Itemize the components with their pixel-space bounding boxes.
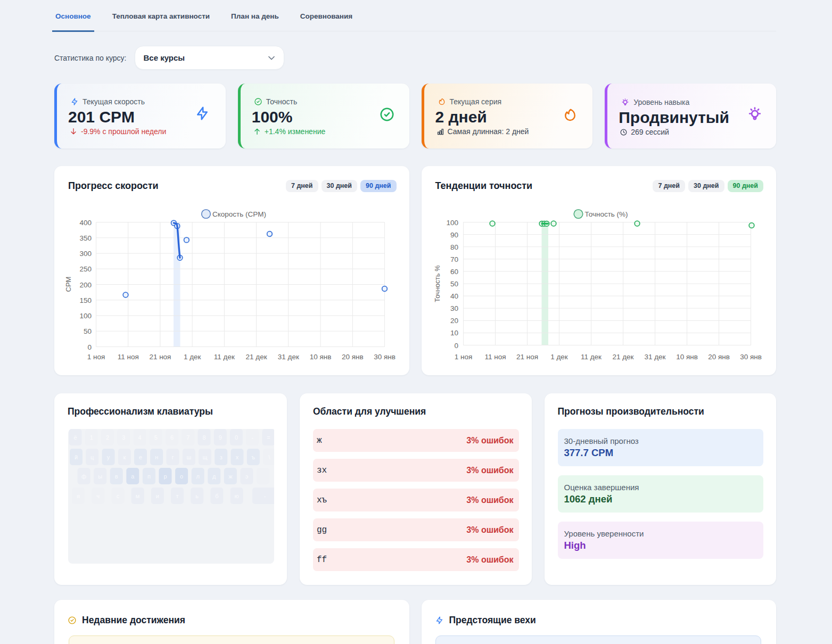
svg-text:ф: ф xyxy=(81,473,86,480)
svg-text:90: 90 xyxy=(450,231,458,239)
svg-text:1 дек: 1 дек xyxy=(184,353,201,361)
svg-text:5: 5 xyxy=(154,434,158,441)
svg-text:я: я xyxy=(77,493,80,499)
svg-text:11 дек: 11 дек xyxy=(214,353,235,361)
svg-text:300: 300 xyxy=(79,250,92,258)
svg-text:30 янв: 30 янв xyxy=(374,353,396,361)
svg-text:CPM: CPM xyxy=(64,277,72,292)
svg-text:е: е xyxy=(139,454,142,460)
svg-text:200: 200 xyxy=(79,281,92,289)
svg-text:7: 7 xyxy=(186,434,190,441)
svg-text:г: г xyxy=(171,454,174,460)
svg-text:ж: ж xyxy=(228,473,233,480)
svg-text:350: 350 xyxy=(79,234,92,242)
svg-text:=: = xyxy=(267,434,270,441)
svg-text:21 ноя: 21 ноя xyxy=(149,353,171,361)
svg-text:1: 1 xyxy=(90,434,93,441)
svg-text:Точность %: Точность % xyxy=(433,265,441,302)
svg-text:4: 4 xyxy=(138,434,141,441)
svg-text:10 янв: 10 янв xyxy=(310,353,332,361)
svg-text:х: х xyxy=(236,454,239,460)
svg-text:9: 9 xyxy=(219,434,222,441)
svg-text:30 янв: 30 янв xyxy=(740,353,762,361)
svg-text:10: 10 xyxy=(450,329,458,337)
svg-text:1 ноя: 1 ноя xyxy=(454,353,472,361)
svg-text:50: 50 xyxy=(84,327,92,335)
svg-text:к: к xyxy=(123,454,126,460)
svg-text:л: л xyxy=(196,473,199,480)
svg-text:70: 70 xyxy=(450,255,458,263)
svg-text:0: 0 xyxy=(87,343,92,351)
svg-text:ы: ы xyxy=(98,473,102,480)
svg-text:0: 0 xyxy=(454,342,458,350)
svg-text:20 янв: 20 янв xyxy=(708,353,730,361)
svg-text:6: 6 xyxy=(170,434,174,441)
svg-text:60: 60 xyxy=(450,268,458,276)
svg-text:30: 30 xyxy=(450,304,458,312)
svg-text:щ: щ xyxy=(202,454,207,460)
svg-text:100: 100 xyxy=(79,312,92,320)
svg-text:21 дек: 21 дек xyxy=(246,353,267,361)
svg-text:1 ноя: 1 ноя xyxy=(87,353,105,361)
svg-text:п: п xyxy=(147,473,151,480)
svg-text:ю: ю xyxy=(234,493,238,499)
svg-text:т: т xyxy=(176,493,178,499)
svg-text:ч: ч xyxy=(96,493,100,499)
svg-text:31 дек: 31 дек xyxy=(644,353,665,361)
svg-text:250: 250 xyxy=(79,265,92,273)
svg-text:ц: ц xyxy=(90,454,94,460)
svg-text:ь: ь xyxy=(195,493,199,499)
svg-text:м: м xyxy=(136,493,140,499)
svg-text:20 янв: 20 янв xyxy=(342,353,364,361)
svg-text:н: н xyxy=(155,454,158,460)
svg-text:40: 40 xyxy=(450,292,458,300)
svg-text:Скорость (CPM): Скорость (CPM) xyxy=(212,210,266,218)
svg-text:д: д xyxy=(212,473,216,480)
svg-text:ъ: ъ xyxy=(251,454,255,460)
svg-text:ё: ё xyxy=(73,434,77,441)
svg-text:з: з xyxy=(220,454,223,460)
svg-text:11 ноя: 11 ноя xyxy=(118,353,139,361)
svg-text:в: в xyxy=(115,473,118,480)
svg-text:11 ноя: 11 ноя xyxy=(484,353,506,361)
svg-text:21 дек: 21 дек xyxy=(612,353,633,361)
svg-text:80: 80 xyxy=(450,243,458,251)
svg-text:о: о xyxy=(180,473,183,480)
svg-text:и: и xyxy=(156,493,159,499)
svg-text:с: с xyxy=(117,493,120,499)
svg-text:11 дек: 11 дек xyxy=(580,353,601,361)
svg-text:50: 50 xyxy=(450,280,458,288)
svg-text:100: 100 xyxy=(446,219,458,227)
svg-text:у: у xyxy=(107,454,110,460)
svg-text:150: 150 xyxy=(79,296,92,304)
svg-text:20: 20 xyxy=(450,317,458,325)
svg-text:й: й xyxy=(75,454,78,460)
svg-text:31 дек: 31 дек xyxy=(278,353,299,361)
svg-text:-: - xyxy=(264,493,266,499)
svg-text:0: 0 xyxy=(235,434,238,441)
svg-text:р: р xyxy=(163,473,167,480)
svg-text:3: 3 xyxy=(122,434,125,441)
svg-text:Точность (%): Точность (%) xyxy=(584,210,628,218)
svg-text:а: а xyxy=(131,473,135,480)
svg-text:э: э xyxy=(245,473,249,480)
svg-text:400: 400 xyxy=(79,219,92,227)
svg-text:21 ноя: 21 ноя xyxy=(516,353,538,361)
svg-text:1 дек: 1 дек xyxy=(550,353,568,361)
svg-text:8: 8 xyxy=(202,434,205,441)
svg-text:ш: ш xyxy=(186,454,191,460)
svg-text:б: б xyxy=(215,493,218,499)
svg-text:2: 2 xyxy=(106,434,109,441)
svg-text:10 янв: 10 янв xyxy=(676,353,698,361)
svg-text:-: - xyxy=(251,434,253,441)
